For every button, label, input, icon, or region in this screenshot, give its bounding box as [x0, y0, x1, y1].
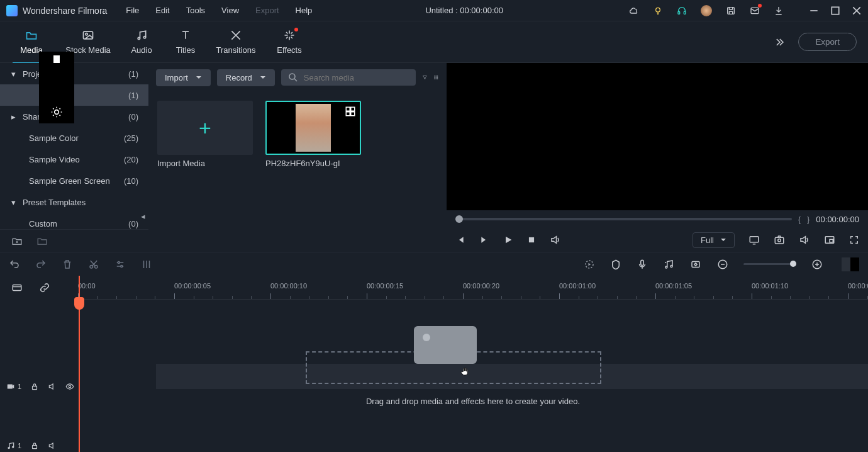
snapshot-icon[interactable] — [774, 234, 785, 246]
menu-tools[interactable]: Tools — [186, 6, 205, 15]
zoom-slider[interactable] — [743, 263, 796, 265]
playhead-handle[interactable] — [74, 297, 84, 310]
ruler-label: 00:00:00:20 — [463, 282, 499, 290]
save-icon[interactable] — [726, 6, 736, 16]
voiceover-icon[interactable] — [637, 259, 648, 270]
brightness-slider-popup[interactable] — [39, 52, 74, 123]
menu-file[interactable]: File — [126, 6, 139, 15]
svg-point-8 — [138, 37, 140, 39]
folder-icon — [25, 29, 38, 42]
fullscreen-icon[interactable] — [849, 235, 859, 245]
link-icon[interactable] — [39, 282, 50, 293]
sidebar-item-preset-templates[interactable]: ▾Preset Templates — [0, 191, 148, 213]
equalizer-icon[interactable] — [141, 259, 152, 270]
preview-canvas[interactable] — [447, 63, 868, 210]
svg-point-48 — [55, 110, 59, 115]
new-folder-icon[interactable] — [11, 235, 23, 247]
volume-icon[interactable] — [550, 234, 561, 246]
collapse-panel-button[interactable]: ◂ — [141, 212, 145, 221]
next-frame-button[interactable] — [479, 235, 489, 245]
stop-button[interactable] — [527, 235, 536, 244]
pip-icon[interactable] — [824, 234, 835, 246]
sidebar-item-sample-color[interactable]: Sample Color (25) — [0, 127, 148, 149]
message-button[interactable] — [750, 6, 760, 16]
menu-help[interactable]: Help — [296, 6, 313, 15]
expand-tabs-button[interactable] — [773, 36, 786, 48]
zoom-fit-button[interactable] — [842, 257, 859, 271]
sun-icon — [50, 106, 63, 118]
search-input[interactable] — [304, 73, 409, 82]
redo-icon[interactable] — [35, 259, 47, 270]
brightness-handle[interactable] — [53, 55, 60, 63]
record-dropdown[interactable]: Record — [217, 69, 275, 86]
tab-stock-media[interactable]: Stock Media — [57, 29, 120, 55]
download-icon[interactable] — [774, 6, 784, 16]
tab-transitions[interactable]: Transitions — [208, 29, 264, 55]
headset-icon[interactable] — [677, 6, 687, 16]
sidebar-item-shared-media[interactable]: ▸Shared Media (0) — [0, 106, 148, 127]
timeline-ruler[interactable]: 00:0000:00:00:0500:00:00:1000:00:00:1500… — [78, 276, 868, 300]
close-icon[interactable] — [852, 6, 862, 16]
minimize-icon[interactable] — [809, 6, 819, 16]
timeline-toolbar — [0, 252, 868, 276]
playhead[interactable] — [79, 276, 80, 452]
quality-dropdown[interactable]: Full — [693, 232, 735, 248]
mute-icon[interactable] — [48, 382, 57, 391]
audio-track-header[interactable]: 1 — [0, 437, 57, 452]
mute-icon[interactable] — [48, 441, 57, 450]
tab-titles[interactable]: Titles — [164, 29, 208, 55]
cloud-icon[interactable] — [629, 6, 639, 16]
mark-out-icon[interactable]: } — [807, 215, 810, 224]
preview-timecode: 00:00:00:00 — [816, 215, 859, 224]
grid-view-icon[interactable] — [433, 72, 439, 83]
audio-mixer-icon[interactable] — [663, 259, 674, 270]
search-field[interactable] — [281, 69, 416, 86]
dragging-clip[interactable] — [414, 326, 477, 364]
adjust-icon[interactable] — [114, 259, 126, 270]
cut-icon[interactable] — [88, 259, 99, 270]
tab-audio[interactable]: Audio — [120, 29, 164, 55]
avatar-icon[interactable] — [701, 5, 712, 16]
undo-icon[interactable] — [9, 259, 20, 270]
menu-edit[interactable]: Edit — [155, 6, 169, 15]
sidebar-item-sample-green[interactable]: Sample Green Screen (10) — [0, 170, 148, 191]
lightbulb-icon[interactable] — [653, 6, 663, 16]
preview-scrubber[interactable] — [455, 218, 792, 220]
audio-output-icon[interactable] — [799, 234, 810, 246]
zoom-out-icon[interactable] — [717, 259, 728, 270]
timeline-tracks[interactable]: 00:0000:00:00:0500:00:00:1000:00:00:1500… — [78, 276, 868, 452]
zoom-handle[interactable] — [790, 261, 796, 267]
import-dropdown[interactable]: Import — [156, 69, 211, 86]
video-track-header[interactable]: 1 — [0, 378, 74, 395]
display-icon[interactable] — [748, 234, 760, 246]
marker-icon[interactable] — [610, 259, 621, 270]
filter-icon[interactable] — [422, 72, 428, 83]
svg-rect-12 — [436, 76, 437, 76]
zoom-in-icon[interactable] — [811, 259, 823, 270]
media-clip[interactable]: PH28zHF6nY9uU-gI — [265, 101, 361, 168]
prev-frame-button[interactable] — [455, 235, 465, 245]
sidebar-item-folder-selected[interactable]: (1) — [0, 84, 148, 106]
scrubber-handle[interactable] — [455, 215, 463, 223]
tab-effects[interactable]: Effects — [264, 29, 314, 55]
sidebar-item-project-media[interactable]: ▾Project Media (1) — [0, 63, 148, 84]
sidebar-item-sample-video[interactable]: Sample Video (20) — [0, 149, 148, 170]
keyframe-icon[interactable] — [689, 259, 702, 270]
import-media-tile[interactable]: + Import Media — [157, 101, 253, 168]
maximize-icon[interactable] — [830, 6, 840, 16]
render-icon[interactable] — [584, 259, 595, 270]
timeline-track-headers: 1 1 — [0, 276, 78, 452]
folder-settings-icon[interactable] — [36, 235, 48, 247]
play-button[interactable] — [503, 235, 513, 245]
delete-icon[interactable] — [62, 259, 73, 270]
visibility-icon[interactable] — [65, 382, 74, 391]
export-button[interactable]: Export — [798, 33, 857, 51]
menu-view[interactable]: View — [221, 6, 239, 15]
mark-in-icon[interactable]: { — [798, 215, 801, 224]
lock-icon[interactable] — [30, 441, 39, 450]
svg-rect-35 — [641, 260, 644, 265]
tab-media[interactable]: Media — [6, 29, 57, 55]
svg-point-32 — [118, 261, 120, 263]
lock-icon[interactable] — [30, 382, 39, 391]
track-manager-icon[interactable] — [11, 282, 23, 293]
